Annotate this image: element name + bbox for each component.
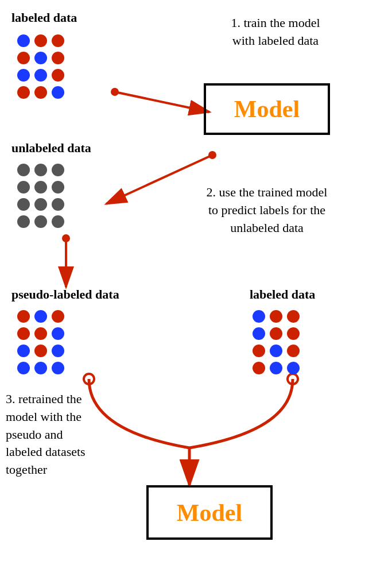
step3-text: 3. retrained the model with the pseudo a… (6, 390, 141, 479)
labeled-data-bottom-dots (253, 310, 300, 374)
pseudo-labeled-dots (17, 310, 64, 374)
svg-point-5 (208, 151, 216, 159)
diagram: labeled data 1. train the model with lab… (0, 0, 392, 588)
model-box-bottom: Model (146, 485, 273, 540)
svg-point-3 (111, 88, 119, 96)
svg-line-2 (115, 92, 209, 112)
step1-text: 1. train the model with labeled data (172, 14, 379, 50)
svg-point-8 (84, 374, 94, 384)
labeled-data-dots (17, 34, 64, 99)
labeled-data-bottom-label: labeled data (250, 287, 315, 302)
svg-point-7 (62, 234, 70, 242)
model-box-top: Model (204, 83, 330, 135)
pseudo-labeled-data-label: pseudo-labeled data (11, 287, 119, 302)
step2-text: 2. use the trained model to predict labe… (155, 184, 379, 237)
unlabeled-data-dots (17, 164, 64, 228)
svg-point-9 (288, 374, 298, 384)
unlabeled-data-label: unlabeled data (11, 141, 91, 156)
labeled-data-label: labeled data (11, 10, 77, 25)
